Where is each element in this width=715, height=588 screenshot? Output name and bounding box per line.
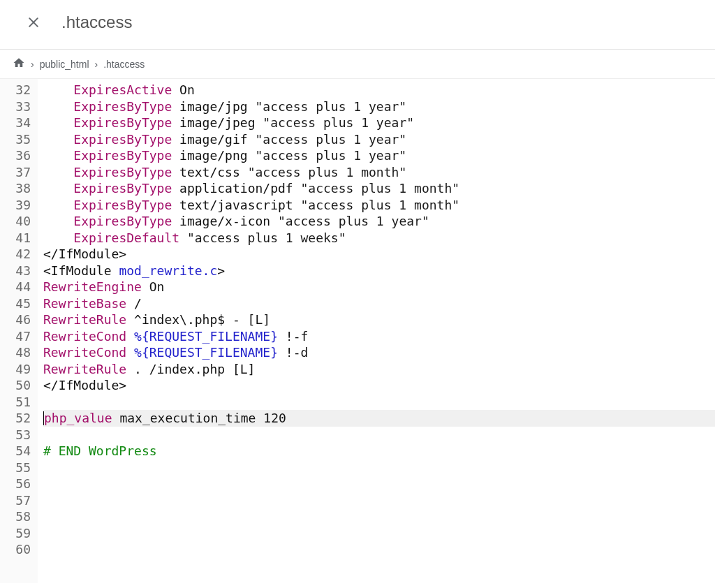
- code-token: %{REQUEST_FILENAME}: [134, 345, 278, 360]
- code-token: RewriteCond: [43, 345, 126, 360]
- line-number: 45: [4, 295, 31, 312]
- code-token: mod_rewrite.c: [119, 263, 217, 278]
- code-line[interactable]: </IfModule>: [43, 246, 715, 263]
- code-line[interactable]: ExpiresActive On: [43, 82, 715, 98]
- code-line[interactable]: [43, 476, 715, 492]
- line-number: 38: [4, 180, 31, 197]
- code-token: [172, 99, 179, 114]
- code-token: ExpiresByType: [73, 115, 172, 130]
- code-line[interactable]: RewriteCond %{REQUEST_FILENAME} !-d: [43, 344, 715, 361]
- code-line[interactable]: ExpiresByType image/png "access plus 1 y…: [43, 147, 715, 164]
- line-number: 34: [4, 115, 31, 131]
- code-line[interactable]: ExpiresByType image/gif "access plus 1 y…: [43, 131, 715, 148]
- code-token: ExpiresByType: [73, 198, 172, 212]
- code-token: !-f: [286, 329, 309, 344]
- code-line[interactable]: php_value max_execution_time 120: [43, 410, 715, 427]
- code-line[interactable]: ExpiresDefault "access plus 1 weeks": [43, 230, 715, 247]
- line-number: 43: [4, 263, 31, 279]
- code-token: image/gif: [179, 132, 255, 147]
- line-number: 55: [4, 460, 31, 476]
- breadcrumb: › public_html › .htaccess: [0, 50, 715, 79]
- code-line[interactable]: ExpiresByType image/jpg "access plus 1 y…: [43, 98, 715, 115]
- code-token: "access plus 1 year": [263, 115, 414, 130]
- code-line[interactable]: ExpiresByType application/pdf "access pl…: [43, 180, 715, 197]
- line-number: 41: [4, 230, 31, 247]
- close-button[interactable]: [25, 14, 42, 31]
- code-line[interactable]: ExpiresByType image/x-icon "access plus …: [43, 213, 715, 230]
- line-number: 44: [4, 279, 31, 295]
- line-number: 56: [4, 476, 31, 492]
- line-number: 59: [4, 525, 31, 542]
- code-token: RewriteRule: [43, 312, 126, 327]
- close-icon: [27, 15, 40, 29]
- line-number: 49: [4, 361, 31, 378]
- code-token: [126, 312, 134, 327]
- code-line[interactable]: [43, 460, 715, 476]
- code-token: </IfModule>: [43, 247, 126, 261]
- code-editor[interactable]: 3233343536373839404142434445464748495051…: [0, 79, 715, 583]
- code-line[interactable]: RewriteCond %{REQUEST_FILENAME} !-f: [43, 328, 715, 345]
- code-token: %{REQUEST_FILENAME}: [134, 329, 278, 344]
- code-line[interactable]: [43, 541, 715, 558]
- code-line[interactable]: RewriteEngine On: [43, 279, 715, 295]
- breadcrumb-separator: ›: [31, 59, 34, 70]
- line-number: 50: [4, 377, 31, 394]
- code-token: application/pdf: [179, 181, 300, 196]
- code-line[interactable]: [43, 508, 715, 525]
- code-token: [112, 411, 120, 425]
- code-line[interactable]: ExpiresByType text/javascript "access pl…: [43, 197, 715, 214]
- code-token: [278, 345, 286, 360]
- code-token: "access plus 1 year": [255, 148, 406, 163]
- code-token: ^index\.php$ - [L]: [134, 312, 270, 327]
- code-token: RewriteBase: [43, 296, 126, 311]
- breadcrumb-item[interactable]: public_html: [40, 59, 89, 70]
- code-line[interactable]: [43, 525, 715, 542]
- code-token: ExpiresActive: [73, 82, 172, 97]
- code-line[interactable]: [43, 394, 715, 411]
- line-number: 37: [4, 164, 31, 181]
- code-line[interactable]: RewriteRule ^index\.php$ - [L]: [43, 311, 715, 328]
- code-token: [172, 115, 179, 130]
- code-token: [43, 148, 73, 163]
- code-line[interactable]: RewriteBase /: [43, 295, 715, 312]
- code-line[interactable]: </IfModule>: [43, 377, 715, 394]
- code-line[interactable]: ExpiresByType text/css "access plus 1 mo…: [43, 164, 715, 181]
- line-number: 47: [4, 328, 31, 345]
- code-token: [172, 214, 179, 228]
- code-token: [43, 165, 73, 179]
- code-token: [179, 230, 187, 245]
- code-token: On: [179, 82, 195, 97]
- line-number: 58: [4, 508, 31, 525]
- code-token: "access plus 1 year": [255, 99, 406, 114]
- line-number: 60: [4, 541, 31, 558]
- code-token: [172, 198, 179, 212]
- line-number: 39: [4, 197, 31, 214]
- code-line[interactable]: ExpiresByType image/jpeg "access plus 1 …: [43, 115, 715, 131]
- code-token: . /index.php [L]: [134, 362, 255, 376]
- code-line[interactable]: # END WordPress: [43, 443, 715, 460]
- code-token: [43, 181, 73, 196]
- line-number: 33: [4, 98, 31, 115]
- code-token: [43, 198, 73, 212]
- code-line[interactable]: [43, 492, 715, 509]
- code-token: <IfModule: [43, 263, 119, 278]
- code-token: [43, 132, 73, 147]
- code-token: ExpiresByType: [73, 214, 172, 228]
- code-line[interactable]: [43, 427, 715, 443]
- code-token: [142, 279, 149, 294]
- code-line[interactable]: <IfModule mod_rewrite.c>: [43, 263, 715, 279]
- code-token: image/jpeg: [179, 115, 263, 130]
- code-token: ExpiresDefault: [73, 230, 179, 245]
- code-token: [126, 362, 134, 376]
- code-area[interactable]: ExpiresActive On ExpiresByType image/jpg…: [38, 79, 715, 583]
- line-number: 51: [4, 394, 31, 411]
- code-line[interactable]: RewriteRule . /index.php [L]: [43, 361, 715, 378]
- breadcrumb-item[interactable]: .htaccess: [103, 59, 145, 70]
- code-token: [172, 165, 179, 179]
- code-token: text/css: [179, 165, 248, 179]
- code-token: [278, 329, 286, 344]
- home-icon[interactable]: [13, 57, 25, 71]
- line-number: 52: [4, 410, 31, 427]
- code-token: max_execution_time 120: [119, 411, 286, 425]
- editor-header: .htaccess: [0, 0, 715, 50]
